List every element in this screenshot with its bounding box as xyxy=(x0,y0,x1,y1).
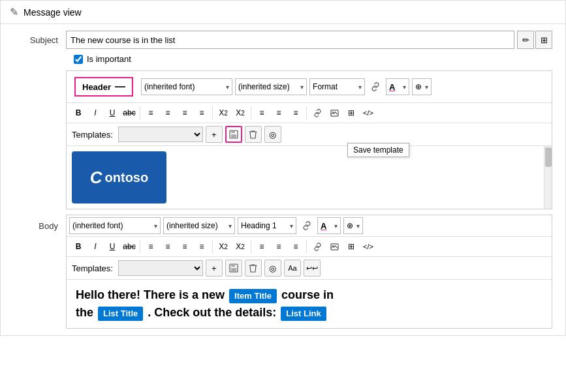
body-indent-button[interactable]: ≡ xyxy=(288,239,304,254)
body-number-list-button[interactable]: ≡ xyxy=(271,239,287,254)
table-button[interactable]: ⊞ xyxy=(343,105,359,121)
body-add-template-button[interactable]: + xyxy=(206,260,223,277)
body-align-justify-button[interactable]: ≡ xyxy=(194,239,210,254)
body-heading-dropdown[interactable]: Heading 1 ▾ xyxy=(238,217,296,234)
separator xyxy=(140,106,140,119)
message-icon: ✎ xyxy=(10,6,18,18)
body-section-wrapper: Body (inherited font) ▾ (inherited size)… xyxy=(14,215,552,329)
contoso-logo: C ontoso xyxy=(72,151,166,204)
delete-template-button[interactable] xyxy=(245,126,262,143)
title-bar: ✎ Message view xyxy=(1,1,565,24)
italic-button[interactable]: I xyxy=(87,105,103,121)
body-text-part2: course in xyxy=(281,288,334,301)
body-more-dropdown[interactable]: ⊕ ▾ xyxy=(343,217,363,234)
body-table-button[interactable]: ⊞ xyxy=(343,239,359,254)
templates-select[interactable] xyxy=(118,127,203,142)
body-align-center-button[interactable]: ≡ xyxy=(160,239,176,254)
body-superscript-button[interactable]: X2 xyxy=(232,239,248,254)
header-link-button[interactable] xyxy=(368,79,383,95)
align-right-button[interactable]: ≡ xyxy=(177,105,193,121)
separator xyxy=(251,106,251,119)
subscript-button[interactable]: X2 xyxy=(215,105,231,121)
header-minus-icon[interactable]: — xyxy=(115,81,125,93)
body-templates-select[interactable] xyxy=(118,260,203,276)
subject-input[interactable] xyxy=(66,31,514,49)
svg-rect-3 xyxy=(231,130,235,133)
subject-grid-button[interactable]: ⊞ xyxy=(535,31,552,49)
body-strikethrough-button[interactable]: abc xyxy=(121,239,137,254)
save-template-tooltip: Save template xyxy=(347,143,409,157)
clear-template-button[interactable]: ◎ xyxy=(264,126,281,143)
body-size-dropdown[interactable]: (inherited size) ▾ xyxy=(163,217,235,234)
header-editor-content: C ontoso xyxy=(67,146,552,209)
templates-label: Templates: xyxy=(72,130,113,140)
body-canvas[interactable]: Hello there! There is a new Item Title c… xyxy=(67,280,552,328)
body-color-dropdown[interactable]: A ▾ xyxy=(317,217,341,234)
subject-pen-button[interactable]: ✏ xyxy=(517,31,534,49)
body-bullet-list-button[interactable]: ≡ xyxy=(254,239,270,254)
strikethrough-button[interactable]: abc xyxy=(121,105,137,121)
body-extra-btn1[interactable]: Aa xyxy=(284,260,301,277)
separator xyxy=(212,240,213,253)
body-italic-button[interactable]: I xyxy=(87,239,103,254)
body-toolbar-top: (inherited font) ▾ (inherited size) ▾ He… xyxy=(67,215,552,237)
body-templates-row: Templates: + xyxy=(67,257,552,280)
header-font-dropdown[interactable]: (inherited font) ▾ xyxy=(141,78,232,95)
body-link-button[interactable] xyxy=(299,218,315,234)
is-important-row: Is important xyxy=(74,54,552,64)
save-template-button[interactable] xyxy=(225,126,242,143)
header-more-dropdown[interactable]: ⊕ ▾ xyxy=(412,78,432,95)
header-format-buttons-row: B I U abc ≡ ≡ ≡ ≡ X2 X2 ≡ ≡ ≡ xyxy=(67,103,552,123)
superscript-button[interactable]: X2 xyxy=(232,105,248,121)
body-bold-button[interactable]: B xyxy=(71,239,86,254)
body-editor-section: (inherited font) ▾ (inherited size) ▾ He… xyxy=(66,215,552,329)
bold-button[interactable]: B xyxy=(71,105,86,121)
is-important-label: Is important xyxy=(87,54,131,64)
separator xyxy=(251,240,251,253)
scrollbar-thumb xyxy=(545,147,552,167)
body-underline-button[interactable]: U xyxy=(104,239,120,254)
link-format-button[interactable] xyxy=(309,105,325,121)
item-title-badge: Item Title xyxy=(229,289,277,303)
message-view-container: ✎ Message view Subject ✏ ⊞ Is important xyxy=(0,0,566,336)
underline-button[interactable]: U xyxy=(104,105,120,121)
chevron-down-icon: ▾ xyxy=(425,83,428,91)
header-toolbar-top: Header — (inherited font) ▾ (inherited s… xyxy=(67,71,552,103)
separator xyxy=(212,106,213,119)
header-size-dropdown[interactable]: (inherited size) ▾ xyxy=(235,78,307,95)
image-button[interactable] xyxy=(326,105,342,121)
body-link-format-button[interactable] xyxy=(309,239,325,254)
add-template-button[interactable]: + xyxy=(206,126,223,143)
separator xyxy=(306,240,307,253)
header-canvas[interactable]: C ontoso xyxy=(67,146,552,209)
body-font-dropdown[interactable]: (inherited font) ▾ xyxy=(69,217,161,234)
body-delete-template-button[interactable] xyxy=(245,260,262,277)
separator xyxy=(140,240,140,253)
body-clear-template-button[interactable]: ◎ xyxy=(264,260,281,277)
body-align-left-button[interactable]: ≡ xyxy=(143,239,159,254)
header-color-dropdown[interactable]: A ▾ xyxy=(386,78,409,95)
body-subscript-button[interactable]: X2 xyxy=(215,239,231,254)
bullet-list-button[interactable]: ≡ xyxy=(254,105,270,121)
align-center-button[interactable]: ≡ xyxy=(160,105,176,121)
body-templates-label: Templates: xyxy=(72,264,113,273)
align-left-button[interactable]: ≡ xyxy=(143,105,159,121)
body-save-template-button[interactable] xyxy=(225,260,242,277)
body-image-button[interactable] xyxy=(326,239,342,254)
body-source-button[interactable]: </> xyxy=(360,239,376,254)
separator xyxy=(306,106,307,119)
source-button[interactable]: </> xyxy=(360,105,376,121)
body-text-part1: Hello there! There is a new xyxy=(76,288,225,301)
align-justify-button[interactable]: ≡ xyxy=(194,105,210,121)
header-scrollbar[interactable] xyxy=(544,146,552,209)
header-format-dropdown[interactable]: Format ▾ xyxy=(309,78,365,95)
indent-button[interactable]: ≡ xyxy=(288,105,304,121)
header-editor-section: Header — (inherited font) ▾ (inherited s… xyxy=(66,70,552,209)
number-list-button[interactable]: ≡ xyxy=(271,105,287,121)
subject-icons: ✏ ⊞ xyxy=(517,31,552,49)
subject-label: Subject xyxy=(14,35,66,45)
is-important-checkbox[interactable] xyxy=(74,55,83,64)
body-extra-btn2[interactable]: ↩↩ xyxy=(304,260,321,277)
header-templates-row: Templates: + xyxy=(67,123,552,146)
body-align-right-button[interactable]: ≡ xyxy=(177,239,193,254)
